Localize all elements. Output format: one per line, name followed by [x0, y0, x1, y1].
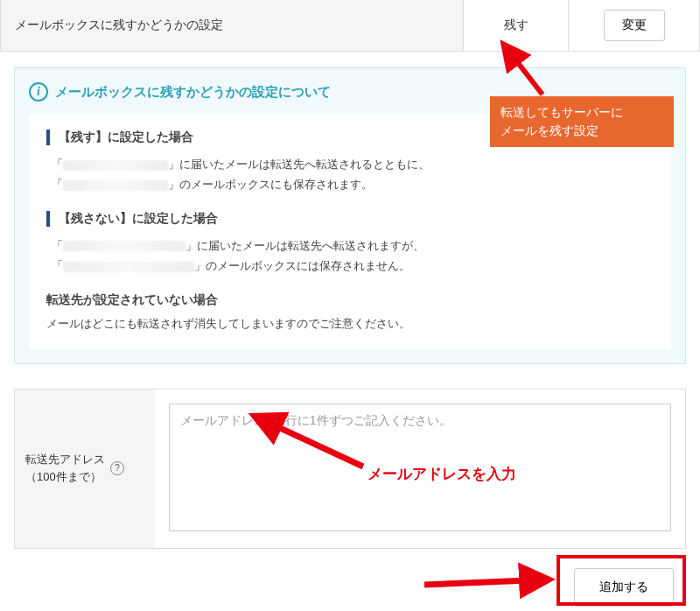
mailbox-keep-setting-row: メールボックスに残すかどうかの設定 残す 変更: [0, 0, 700, 52]
add-button[interactable]: 追加する: [574, 568, 674, 607]
help-icon[interactable]: ?: [110, 461, 124, 475]
mailbox-keep-label: メールボックスに残すかどうかの設定: [1, 0, 463, 51]
forward-address-row: 転送先アドレス （100件まで） ?: [14, 389, 686, 549]
case-nokeep-title: 【残さない】に設定した場合: [46, 211, 654, 227]
change-button[interactable]: 変更: [604, 10, 665, 41]
footer-actions: 追加する: [0, 549, 700, 611]
case-keep-text: 「」に届いたメールは転送先へ転送されるとともに、 「」のメールボックスにも保存さ…: [46, 154, 654, 195]
case-nokeep-text: 「」に届いたメールは転送先へ転送されますが、 「」のメールボックスには保存されま…: [46, 235, 654, 277]
annotation-orange-box: 転送してもサーバーに メールを残す設定: [490, 96, 674, 147]
mailbox-keep-value: 残す: [463, 0, 568, 51]
case-notset-text: メールはどこにも転送されず消失してしまいますのでご注意ください。: [46, 313, 654, 334]
info-icon: i: [29, 82, 48, 102]
info-title: メールボックスに残すかどうかの設定について: [55, 84, 331, 101]
info-body: 【残す】に設定した場合 「」に届いたメールは転送先へ転送されるとともに、 「」の…: [29, 114, 671, 349]
case-notset-title: 転送先が設定されていない場合: [46, 292, 654, 308]
mailbox-keep-action-cell: 変更: [568, 0, 699, 51]
annotation-red-text: メールアドレスを入力: [368, 464, 516, 484]
forward-address-label: 転送先アドレス （100件まで） ?: [15, 390, 155, 548]
